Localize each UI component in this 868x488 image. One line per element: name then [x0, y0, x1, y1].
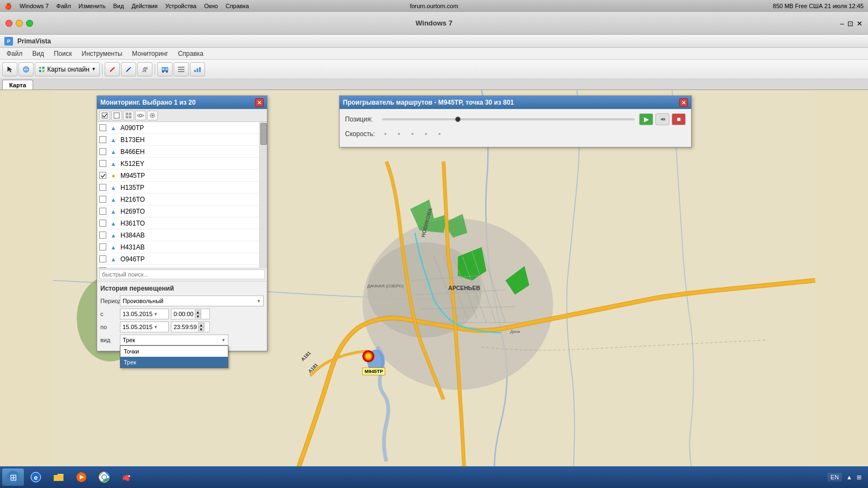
view-menu-mac[interactable]: Вид [113, 3, 124, 9]
monitoring-list[interactable]: ▲ A090TP ▲ B173EH ▲ B466EH [97, 122, 267, 268]
player-header[interactable]: Проигрыватель маршрутов - М945ТР, точка … [340, 96, 691, 109]
item-checkbox-10[interactable] [99, 243, 106, 251]
menu-monitoring[interactable]: Мониторинг [127, 49, 173, 59]
menu-file[interactable]: Файл [2, 49, 27, 59]
cursor-tool-btn[interactable] [2, 62, 17, 76]
list-item[interactable]: ▲ A090TP [97, 122, 267, 134]
list-item[interactable]: ▲ O946TP [97, 253, 267, 265]
globe-btn[interactable] [18, 62, 34, 76]
pencil-red-btn[interactable] [105, 62, 120, 76]
player-close-btn[interactable]: ✕ [679, 98, 688, 107]
item-checkbox-4[interactable] [99, 172, 106, 179]
chrome-button[interactable] [93, 468, 115, 486]
eye-btn[interactable] [135, 111, 146, 120]
vid-dropdown[interactable]: Трек ▼ [120, 335, 228, 345]
item-checkbox-0[interactable] [99, 124, 106, 131]
start-button[interactable]: ⊞ [2, 468, 24, 486]
item-checkbox-9[interactable] [99, 232, 106, 239]
list-item[interactable]: ▲ B173EH [97, 134, 267, 146]
list-item[interactable]: ▲ H431AB [97, 241, 267, 253]
search-input[interactable] [99, 269, 265, 279]
period-dropdown[interactable]: Произвольный ▼ [120, 296, 264, 306]
position-slider-area[interactable] [382, 114, 635, 125]
from-time-down[interactable]: ▼ [195, 314, 201, 318]
menu-help[interactable]: Справка [174, 49, 208, 59]
group-btn[interactable] [123, 111, 134, 120]
win-restore-btn[interactable]: ⊡ [847, 19, 853, 27]
close-button[interactable] [5, 20, 12, 27]
map-tab[interactable]: Карта [2, 80, 33, 89]
stop-button[interactable]: ■ [672, 113, 686, 125]
lang-indicator[interactable]: EN [827, 473, 842, 481]
media-button[interactable] [71, 468, 92, 486]
taskbar-grid-icon[interactable]: ⊞ [857, 474, 861, 481]
windows7-menu[interactable]: Windows 7 [20, 3, 49, 9]
vid-dropdown-popup[interactable]: Точки Трек [120, 345, 228, 368]
to-time-input[interactable]: 23:59:59 ▲ ▼ [171, 322, 210, 332]
apple-menu[interactable]: 🍎 [4, 3, 12, 10]
play-button[interactable]: ▶ [639, 113, 653, 125]
item-checkbox-5[interactable] [99, 184, 106, 191]
item-checkbox-3[interactable] [99, 160, 106, 167]
option-tochki[interactable]: Точки [120, 346, 228, 357]
uncheck-all-btn[interactable] [111, 111, 122, 120]
refresh-btn[interactable] [147, 111, 158, 120]
win-min-btn[interactable]: – [840, 19, 844, 27]
list-item[interactable]: ▲ H269TO [97, 206, 267, 217]
window-menu-mac[interactable]: Окно [204, 3, 218, 9]
file-menu-mac[interactable]: Файл [56, 3, 71, 9]
option-trek[interactable]: Трек [120, 357, 228, 368]
list-item[interactable]: ▲ O989TP [97, 265, 267, 268]
list-item[interactable]: ▲ H384AB [97, 229, 267, 241]
item-checkbox-7[interactable] [99, 208, 106, 215]
menu-search[interactable]: Поиск [49, 49, 76, 59]
rewind-button[interactable] [655, 113, 669, 125]
maps-online-btn[interactable]: Карты онлайн ▼ [35, 62, 100, 76]
devices-menu-mac[interactable]: Устройства [165, 3, 197, 9]
menu-view[interactable]: Вид [28, 49, 49, 59]
from-time-spinner[interactable]: ▲ ▼ [195, 310, 201, 318]
bus-btn[interactable] [157, 62, 173, 76]
pencil-blue-btn[interactable] [121, 62, 136, 76]
list-scrollbar[interactable] [259, 122, 267, 268]
bird-button[interactable] [116, 468, 138, 486]
chart-btn[interactable] [190, 62, 205, 76]
item-checkbox-12[interactable] [99, 267, 106, 268]
minimize-button[interactable] [16, 20, 23, 27]
list-btn[interactable] [174, 62, 189, 76]
taskbar-arrow-up[interactable]: ▲ [846, 474, 852, 480]
help-menu-mac[interactable]: Справка [226, 3, 249, 9]
to-date-input[interactable]: 15.05.2015 ▼ [120, 322, 169, 332]
actions-menu-mac[interactable]: Действия [131, 3, 157, 9]
to-time-up[interactable]: ▲ [198, 323, 205, 327]
to-time-spinner[interactable]: ▲ ▼ [198, 323, 205, 331]
menu-tools[interactable]: Инструменты [78, 49, 127, 59]
list-item[interactable]: ▲ H361TO [97, 217, 267, 229]
item-checkbox-11[interactable] [99, 255, 106, 262]
list-item-checked[interactable]: ● М945ТР [97, 170, 267, 182]
monitoring-close-btn[interactable]: ✕ [255, 98, 264, 107]
check-all-btn[interactable] [99, 111, 110, 120]
to-time-down[interactable]: ▼ [198, 327, 205, 331]
from-time-up[interactable]: ▲ [195, 310, 201, 314]
tools-btn[interactable] [137, 62, 152, 76]
list-item[interactable]: ▲ K512EY [97, 158, 267, 170]
scrollbar-thumb[interactable] [260, 123, 267, 145]
item-checkbox-8[interactable] [99, 220, 106, 227]
from-date-input[interactable]: 13.05.2015 ▼ [120, 309, 169, 319]
position-slider[interactable] [382, 118, 635, 120]
list-item[interactable]: ▲ B466EH [97, 146, 267, 158]
maximize-button[interactable] [26, 20, 33, 27]
ie-button[interactable]: e [25, 468, 47, 486]
from-time-input[interactable]: 0:00:00 ▲ ▼ [171, 309, 210, 319]
monitoring-header[interactable]: Мониторинг. Выбрано 1 из 20 ✕ [97, 96, 267, 109]
item-checkbox-6[interactable] [99, 196, 106, 203]
folder-button[interactable] [48, 468, 69, 486]
win-close-btn[interactable]: ✕ [857, 19, 863, 27]
position-slider-thumb[interactable] [455, 117, 461, 122]
list-item[interactable]: ▲ H216TO [97, 194, 267, 206]
item-checkbox-1[interactable] [99, 136, 106, 143]
list-item[interactable]: ▲ H135TP [97, 182, 267, 194]
item-checkbox-2[interactable] [99, 148, 106, 155]
edit-menu-mac[interactable]: Изменить [79, 3, 106, 9]
